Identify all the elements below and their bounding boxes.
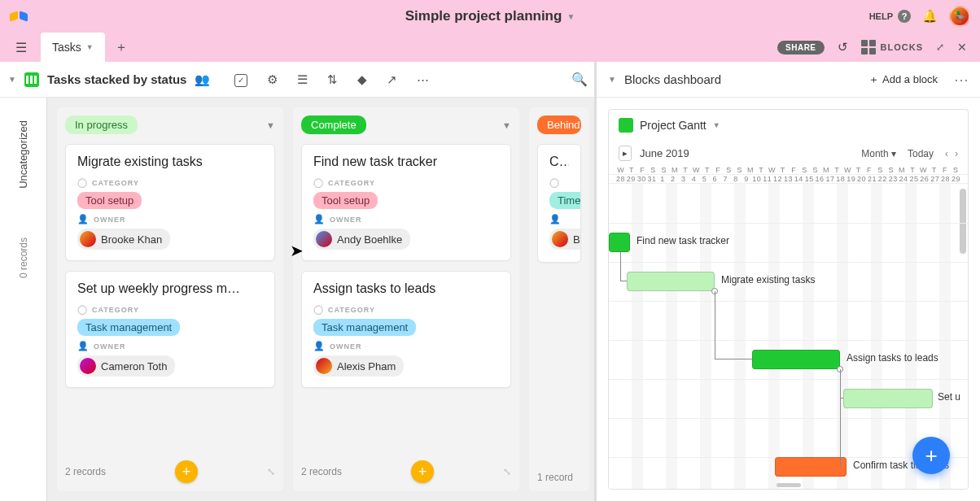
add-card-button[interactable]: + (175, 460, 198, 483)
close-icon[interactable]: ✕ (957, 41, 967, 54)
collapse-icon[interactable]: ⤡ (503, 466, 511, 477)
card-title: Set up weekly progress m… (77, 281, 263, 296)
task-card[interactable]: Migrate existing tasks ◯CATEGORY Tool se… (65, 144, 275, 261)
owner-avatar (80, 358, 96, 374)
person-icon: 👤 (313, 341, 326, 351)
resize-handle[interactable] (777, 483, 801, 487)
view-caret-icon[interactable]: ▼ (8, 75, 16, 84)
help-button[interactable]: HELP ? (869, 10, 911, 23)
caret-down-icon: ▼ (567, 12, 575, 21)
task-card[interactable]: Assign tasks to leads ◯CATEGORY Task man… (301, 271, 511, 388)
record-count: 2 records (301, 466, 342, 477)
card-title: Migrate existing tasks (77, 155, 263, 169)
gantt-date-header: 2829303112345678910111213141516171819202… (609, 175, 968, 184)
gantt-dow-header: WTFSSMTWTFSSMTWTFSSMTWTFSSMTWTFS (609, 166, 968, 175)
gantt-bar-label: Assign tasks to leads (847, 352, 938, 364)
blocks-pane: ▼ Blocks dashboard ＋ Add a block ⋯ Proje… (596, 62, 980, 501)
settings-icon[interactable]: ⚙ (267, 72, 278, 87)
gantt-bar-label: Find new task tracker (637, 235, 729, 246)
collaborators-icon[interactable]: 👥 (195, 72, 210, 87)
app-logo[interactable] (10, 9, 29, 24)
view-name[interactable]: Tasks stacked by status (47, 72, 186, 86)
owner-avatar (316, 231, 332, 247)
share-view-icon[interactable]: ↗ (387, 72, 397, 87)
column-behind: Behind Conf ◯ Time 👤 B 1 record (529, 107, 589, 491)
owner-pill: Alexis Pham (313, 355, 404, 377)
ring-icon: ◯ (313, 177, 324, 188)
uncategorized-column[interactable]: Uncategorized 0 records (0, 98, 47, 501)
person-icon: 👤 (77, 214, 90, 224)
color-icon[interactable]: ◆ (357, 72, 367, 87)
gantt-toolbar: ▸ June 2019 Month ▾ Today ‹› (609, 141, 968, 166)
gantt-bar[interactable] (609, 233, 630, 252)
category-tag: Time (549, 192, 581, 209)
menu-icon[interactable]: ☰ (8, 33, 34, 62)
gantt-bar[interactable] (627, 272, 715, 291)
expand-icon[interactable]: ⤢ (936, 41, 944, 53)
sort-icon[interactable]: ⇅ (327, 72, 338, 87)
zoom-select[interactable]: Month ▾ (861, 148, 896, 159)
owner-avatar (316, 358, 332, 374)
task-card[interactable]: Find new task tracker ◯CATEGORY Tool set… (301, 144, 511, 261)
person-icon: 👤 (77, 341, 90, 351)
gantt-bar[interactable] (752, 350, 840, 369)
blocks-toggle[interactable]: BLOCKS (861, 40, 923, 54)
ring-icon: ◯ (77, 177, 88, 188)
today-button[interactable]: Today (908, 148, 934, 159)
ring-icon: ◯ (313, 304, 324, 315)
share-button[interactable]: SHARE (777, 41, 825, 54)
sidebar-toggle-icon[interactable]: ▸ (619, 146, 632, 161)
gantt-scrollbar[interactable] (960, 189, 966, 254)
top-bar: Simple project planning ▼ HELP ? 🔔 🦆 (0, 0, 980, 33)
notifications-icon[interactable]: 🔔 (922, 9, 938, 24)
blocks-more-icon[interactable]: ⋯ (954, 71, 969, 89)
add-gantt-item-button[interactable]: + (912, 437, 950, 474)
tab-label: Tasks (52, 41, 81, 54)
history-icon[interactable]: ↺ (838, 40, 848, 54)
category-tag: Tool setup (77, 192, 142, 209)
column-complete: Complete ▼ Find new task tracker ◯CATEGO… (293, 107, 519, 491)
category-tag: Tool setup (313, 192, 378, 209)
category-tag: Task management (313, 319, 416, 336)
search-icon[interactable]: 🔍 (571, 72, 588, 87)
task-card[interactable]: Set up weekly progress m… ◯CATEGORY Task… (65, 271, 275, 388)
record-count: 2 records (65, 466, 106, 477)
record-count: 1 record (537, 472, 573, 483)
gantt-bar[interactable] (843, 389, 933, 408)
next-icon[interactable]: › (955, 148, 958, 159)
column-menu-icon[interactable]: ▼ (266, 120, 275, 130)
caret-down-icon: ▼ (713, 121, 720, 129)
category-tag: Task management (77, 319, 180, 336)
view-bar: ▼ Tasks stacked by status 👥 ✓ ⚙ ☰ ⇅ ◆ ↗ … (0, 62, 596, 98)
gantt-bar-label: Migrate existing tasks (721, 274, 815, 285)
block-title-row[interactable]: Project Gantt ▼ (609, 110, 968, 141)
base-title[interactable]: Simple project planning ▼ (405, 8, 575, 24)
add-block-button[interactable]: ＋ Add a block (868, 72, 938, 87)
status-pill[interactable]: In progress (65, 115, 138, 134)
caret-down-icon[interactable]: ▼ (608, 75, 616, 84)
help-label: HELP (869, 11, 893, 21)
ring-icon: ◯ (77, 304, 88, 315)
gantt-chart[interactable]: Find new task tracker Migrate existing t… (609, 184, 968, 489)
status-pill[interactable]: Complete (301, 115, 366, 134)
blocks-icon (861, 40, 876, 54)
status-pill[interactable]: Behind (537, 115, 581, 134)
tab-tasks[interactable]: Tasks ▼ (41, 33, 105, 62)
filter-icon[interactable]: ☰ (297, 72, 308, 87)
gantt-block: Project Gantt ▼ ▸ June 2019 Month ▾ Toda… (608, 109, 969, 490)
gantt-bar[interactable] (775, 457, 847, 477)
card-title: Assign tasks to leads (313, 281, 499, 296)
task-card[interactable]: Conf ◯ Time 👤 B (537, 144, 581, 263)
add-card-button[interactable]: + (411, 460, 434, 483)
user-avatar[interactable]: 🦆 (949, 6, 970, 27)
add-tab-button[interactable]: ＋ (112, 33, 131, 62)
collapse-icon[interactable]: ⤡ (267, 466, 275, 477)
checkbox-tool-icon[interactable]: ✓ (234, 72, 247, 87)
column-menu-icon[interactable]: ▼ (502, 120, 511, 130)
uncategorized-label: Uncategorized (17, 120, 29, 189)
more-icon[interactable]: ⋯ (417, 72, 429, 87)
owner-pill: Andy Boehlke (313, 229, 410, 250)
prev-icon[interactable]: ‹ (945, 148, 948, 159)
pane-divider[interactable] (594, 62, 597, 501)
uncategorized-count: 0 records (18, 237, 29, 278)
